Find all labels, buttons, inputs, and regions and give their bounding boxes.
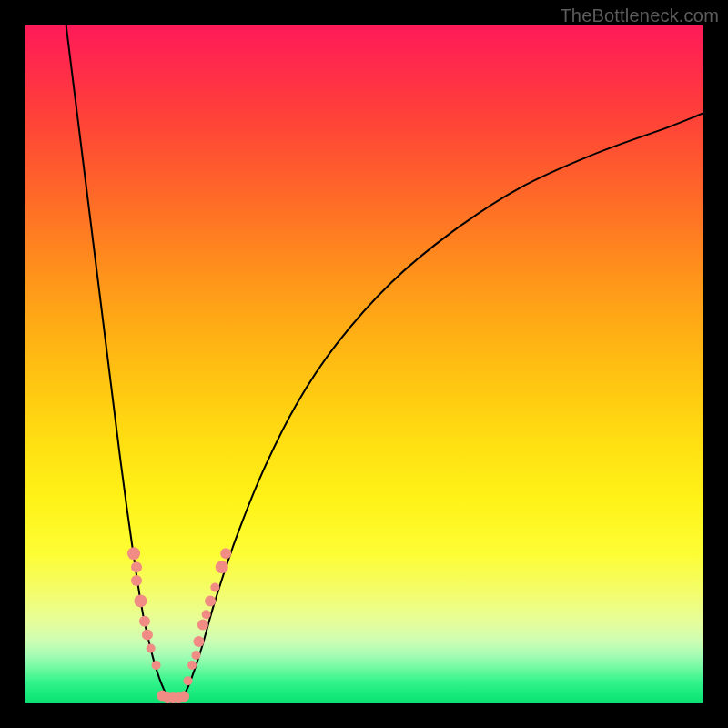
watermark-text: TheBottleneck.com <box>560 5 719 26</box>
bottleneck-curve-left <box>66 25 171 702</box>
data-point <box>131 561 142 572</box>
data-point <box>131 575 142 586</box>
chart-frame: TheBottleneck.com <box>0 0 728 728</box>
data-point <box>216 561 228 573</box>
data-point <box>220 548 231 559</box>
data-point <box>191 651 200 660</box>
bottleneck-curve-right <box>180 114 703 702</box>
plot-area <box>25 25 703 703</box>
data-point <box>197 619 208 630</box>
data-point <box>184 676 193 685</box>
data-point <box>147 643 156 652</box>
data-point <box>139 616 150 627</box>
data-point <box>210 583 219 592</box>
data-point <box>202 610 211 619</box>
data-point <box>127 547 140 560</box>
data-point <box>152 661 161 670</box>
data-point <box>178 691 189 702</box>
data-point <box>193 636 204 647</box>
chart-canvas <box>25 25 703 703</box>
data-point <box>142 630 153 641</box>
data-point <box>205 595 216 606</box>
data-point <box>134 594 147 607</box>
data-point <box>187 661 197 670</box>
